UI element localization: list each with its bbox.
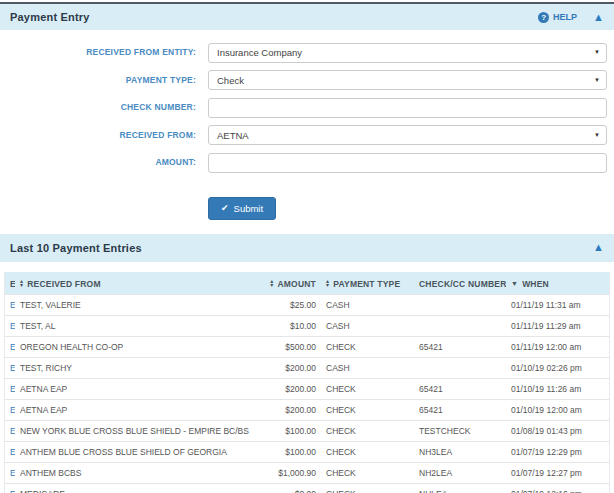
when-cell: 01/11/19 12:00 am xyxy=(506,337,610,358)
check-number-label: CHECK NUMBER: xyxy=(0,102,196,112)
amount-cell: $200.00 xyxy=(259,358,321,379)
when-cell: 01/08/19 01:43 pm xyxy=(506,421,610,442)
received-from-cell: ANTHEM BLUE CROSS BLUE SHIELD OF GEORGIA xyxy=(15,442,259,463)
received-from-entity-label: RECEIVED FROM ENTITY: xyxy=(0,47,196,57)
form-row: AMOUNT: xyxy=(0,152,614,173)
received-from-label: RECEIVED FROM: xyxy=(0,130,196,140)
sort-icon: ▴▾ xyxy=(270,279,273,288)
when-cell: 01/10/19 02:26 pm xyxy=(506,358,610,379)
payment-row: EditANTHEM BLUE CROSS BLUE SHIELD OF GEO… xyxy=(5,442,610,463)
form-row: RECEIVED FROM ENTITY:Insurance Company▼ xyxy=(0,42,614,63)
when-cell: 01/11/19 11:29 am xyxy=(506,316,610,337)
edit-payment-link[interactable]: Edit xyxy=(10,300,15,310)
check-cc-number-cell xyxy=(414,316,506,337)
amount-cell: $100.00 xyxy=(259,442,321,463)
form-row: PAYMENT TYPE:Check▼ xyxy=(0,70,614,91)
submit-row: ✔ Submit xyxy=(0,197,614,220)
column-header-when[interactable]: ▼WHEN xyxy=(506,272,610,295)
check-cc-number-cell xyxy=(414,358,506,379)
edit-payment-cell: Edit xyxy=(5,400,16,421)
when-cell: 01/10/19 11:26 am xyxy=(506,379,610,400)
form-row: CHECK NUMBER: xyxy=(0,97,614,118)
submit-button[interactable]: ✔ Submit xyxy=(208,197,276,220)
check-cc-number-cell xyxy=(414,295,506,316)
edit-payment-link[interactable]: Edit xyxy=(10,405,15,415)
edit-payment-cell: Edit xyxy=(5,295,16,316)
check-number-input[interactable] xyxy=(208,98,607,118)
edit-payment-link[interactable]: Edit xyxy=(10,321,15,331)
last-entries-panel: Last 10 Payment Entries ▲ EDIT PAYMENT▴▾… xyxy=(0,234,614,493)
payment-type-cell: CASH xyxy=(321,295,414,316)
edit-payment-link[interactable]: Edit xyxy=(10,384,15,394)
amount-label: AMOUNT: xyxy=(0,157,196,167)
sort-icon: ▴▾ xyxy=(20,279,23,288)
edit-payment-cell: Edit xyxy=(5,337,16,358)
check-icon: ✔ xyxy=(221,204,229,213)
received-from-cell: TEST, AL xyxy=(15,316,259,337)
question-circle-icon: ? xyxy=(538,12,549,23)
payment-entry-panel: Payment Entry ? HELP ▲ RECEIVED FROM ENT… xyxy=(0,4,614,220)
received-from-cell: MEDICARE xyxy=(15,484,259,493)
column-header-received-from[interactable]: ▴▾RECEIVED FROM xyxy=(15,272,259,295)
submit-label: Submit xyxy=(234,203,264,214)
help-label: HELP xyxy=(553,12,577,22)
amount-cell: $25.00 xyxy=(259,295,321,316)
page: Payment Entry ? HELP ▲ RECEIVED FROM ENT… xyxy=(0,0,614,493)
payment-type-cell: CHECK xyxy=(321,337,414,358)
payment-entries-table: EDIT PAYMENT▴▾RECEIVED FROM▴▾AMOUNT▴▾PAY… xyxy=(4,272,610,493)
received-from-cell: OREGON HEALTH CO-OP xyxy=(15,337,259,358)
when-cell: 01/11/19 11:31 am xyxy=(506,295,610,316)
received-from-entity-select[interactable]: Insurance Company xyxy=(208,43,607,63)
payment-row: EditMEDICARE$0.00CHECKNHLEA01/07/19 12:1… xyxy=(5,484,610,493)
check-cc-number-cell: NHLEA xyxy=(414,484,506,493)
help-link[interactable]: ? HELP xyxy=(538,12,577,23)
payment-type-cell: CHECK xyxy=(321,421,414,442)
edit-payment-cell: Edit xyxy=(5,484,16,493)
check-cc-number-cell: TESTCHECK xyxy=(414,421,506,442)
collapse-panel-icon[interactable]: ▲ xyxy=(593,242,604,253)
received-from-select[interactable]: AETNA xyxy=(208,125,607,145)
edit-payment-cell: Edit xyxy=(5,463,16,484)
column-header-check-cc-number: CHECK/CC NUMBER xyxy=(414,272,506,295)
payment-row: EditAETNA EAP$200.00CHECK6542101/10/19 1… xyxy=(5,379,610,400)
edit-payment-link[interactable]: Edit xyxy=(10,447,15,457)
edit-payment-link[interactable]: Edit xyxy=(10,342,15,352)
edit-payment-link[interactable]: Edit xyxy=(10,426,15,436)
column-header-payment-type[interactable]: ▴▾PAYMENT TYPE xyxy=(321,272,414,295)
collapse-panel-icon[interactable]: ▲ xyxy=(593,12,604,23)
amount-cell: $1,000.90 xyxy=(259,463,321,484)
edit-payment-cell: Edit xyxy=(5,316,16,337)
amount-cell: $500.00 xyxy=(259,337,321,358)
form-row: RECEIVED FROM:AETNA▼ xyxy=(0,125,614,146)
payment-type-cell: CHECK xyxy=(321,442,414,463)
payment-type-label: PAYMENT TYPE: xyxy=(0,75,196,85)
column-header-amount[interactable]: ▴▾AMOUNT xyxy=(259,272,321,295)
check-cc-number-cell: 65421 xyxy=(414,337,506,358)
amount-cell: $200.00 xyxy=(259,379,321,400)
payment-row: EditTEST, RICHY$200.00CASH01/10/19 02:26… xyxy=(5,358,610,379)
when-cell: 01/07/19 12:27 pm xyxy=(506,463,610,484)
edit-payment-cell: Edit xyxy=(5,421,16,442)
amount-input[interactable] xyxy=(208,153,607,173)
sort-icon: ▴▾ xyxy=(326,279,329,288)
received-from-cell: AETNA EAP xyxy=(15,400,259,421)
edit-payment-link[interactable]: Edit xyxy=(10,363,15,373)
check-cc-number-cell: NH3LEA xyxy=(414,442,506,463)
received-from-cell: TEST, VALERIE xyxy=(15,295,259,316)
payment-row: EditANTHEM BCBS$1,000.90CHECKNH2LEA01/07… xyxy=(5,463,610,484)
received-from-cell: ANTHEM BCBS xyxy=(15,463,259,484)
amount-cell: $10.00 xyxy=(259,316,321,337)
amount-cell: $0.00 xyxy=(259,484,321,493)
edit-payment-link[interactable]: Edit xyxy=(10,489,15,493)
when-cell: 01/10/19 12:00 am xyxy=(506,400,610,421)
payment-type-select[interactable]: Check xyxy=(208,70,607,90)
edit-payment-cell: Edit xyxy=(5,379,16,400)
payment-type-cell: CASH xyxy=(321,358,414,379)
edit-payment-link[interactable]: Edit xyxy=(10,468,15,478)
amount-cell: $100.00 xyxy=(259,421,321,442)
received-from-cell: TEST, RICHY xyxy=(15,358,259,379)
when-cell: 01/07/19 12:29 pm xyxy=(506,442,610,463)
received-from-cell: AETNA EAP xyxy=(15,379,259,400)
received-from-cell: NEW YORK BLUE CROSS BLUE SHIELD - EMPIRE… xyxy=(15,421,259,442)
edit-payment-cell: Edit xyxy=(5,358,16,379)
